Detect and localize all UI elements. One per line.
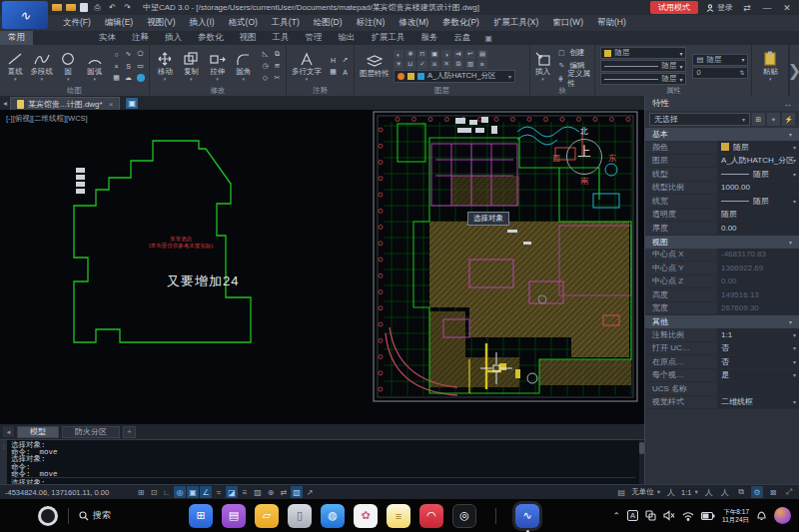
prop-row-ucsicon-on[interactable]: 打开 UC…否▾ <box>645 342 799 356</box>
panel-label-draw[interactable]: 绘图 <box>0 85 149 96</box>
rotate-icon[interactable]: ◷ <box>260 61 271 72</box>
gallery-app-icon[interactable]: ✿ <box>354 504 378 528</box>
snap-toggle-icon[interactable]: ⊡ <box>148 486 160 498</box>
layer-lock-icon[interactable]: ⊓ <box>417 50 427 59</box>
appstore-app-icon[interactable]: ◠ <box>419 504 443 528</box>
layer-sun-icon[interactable] <box>407 73 414 80</box>
units-dropdown[interactable]: 无单位▼ <box>631 487 661 497</box>
taskbar-search[interactable]: 搜索 <box>79 509 111 522</box>
panel-dock-icon[interactable]: ↔ <box>784 99 793 109</box>
trial-mode-button[interactable]: 试用模式 <box>650 1 698 14</box>
osnap-toggle-icon[interactable]: ▣ <box>187 486 199 498</box>
ribbon-overflow-chevron[interactable]: ❯ <box>789 45 799 96</box>
prop-row-annoscale[interactable]: 注释比例1:1▾ <box>645 328 799 342</box>
email-app-icon[interactable]: ▤ <box>222 504 246 528</box>
translate-icon[interactable] <box>645 510 656 521</box>
ribbon-collapse-icon[interactable]: ▣ <box>485 31 493 45</box>
layer-properties-tool[interactable]: 图层特性 <box>358 54 392 79</box>
login-button[interactable]: 登录 <box>706 2 733 13</box>
fillet-tool[interactable]: 圆角▾ <box>232 52 256 81</box>
menu-express[interactable]: 扩展工具(X) <box>486 17 545 29</box>
grip-circle[interactable] <box>527 373 537 383</box>
rectangle-icon[interactable]: ▭ <box>135 61 146 72</box>
command-scrollbar[interactable] <box>639 440 644 484</box>
taskbar-clock[interactable]: 下午8:17 11月24日 <box>722 508 749 523</box>
donut-icon[interactable] <box>135 73 146 84</box>
offset-icon[interactable]: ≋ <box>272 61 283 72</box>
text-style-icon[interactable]: A <box>340 67 351 78</box>
new-document-icon[interactable]: ▣ <box>126 98 138 109</box>
elevation-spinner[interactable]: 0⇅ <box>692 67 748 79</box>
ribbon-tab-express[interactable]: 扩展工具 <box>364 31 413 45</box>
mirror-icon[interactable]: ⧉ <box>272 49 283 60</box>
command-window-handle[interactable]: ⋮ <box>0 440 7 484</box>
move-tool[interactable]: 移动▾ <box>153 52 177 81</box>
layer-prev-icon[interactable]: ↩ <box>465 50 475 59</box>
leader-icon[interactable]: ↗ <box>340 55 351 66</box>
ribbon-tab-home[interactable]: 常用 <box>0 31 33 45</box>
layer-lock-state-icon[interactable] <box>417 73 424 80</box>
table-icon[interactable]: ▦ <box>328 67 339 78</box>
annoallvisible-icon[interactable]: 人 <box>719 486 731 498</box>
layer-freeze-icon[interactable]: ❄ <box>405 50 415 59</box>
sync-icon[interactable]: ⇄ <box>741 3 753 13</box>
prop-row-ucs-name[interactable]: UCS 名称 <box>645 382 799 396</box>
wifi-icon[interactable] <box>682 511 694 521</box>
prop-row-color[interactable]: 颜色随层▾ <box>645 141 799 155</box>
redo-icon[interactable]: ↷ <box>122 3 133 12</box>
files-app-icon[interactable]: ▱ <box>255 504 279 528</box>
workspace-toggle-icon[interactable]: ⊕ <box>265 486 277 498</box>
layout-scroll-icon[interactable]: ◂ <box>3 426 14 437</box>
ribbon-tab-cloud[interactable]: 云盘 <box>446 31 479 45</box>
prop-row-visual-style[interactable]: 视觉样式二维线框▾ <box>645 396 799 410</box>
color-dropdown[interactable]: 随层▾ <box>600 47 686 59</box>
selection-cycling-toggle-icon[interactable]: ▨ <box>252 486 264 498</box>
prop-row-width[interactable]: 宽度267609.30 <box>645 302 799 316</box>
curve-icon[interactable]: S <box>123 61 134 72</box>
cleanscreen-icon[interactable]: ⊠ <box>767 486 779 498</box>
menu-dimension[interactable]: 标注(N) <box>350 17 393 29</box>
erase-icon[interactable]: ◺ <box>260 49 271 60</box>
menu-parametric[interactable]: 参数化(P) <box>435 17 486 29</box>
layer-del-icon[interactable]: ✕ <box>441 60 451 69</box>
undo-icon[interactable]: ↶ <box>107 3 118 12</box>
tray-expand-icon[interactable]: ⌃ <box>612 511 620 521</box>
layer-merge-icon[interactable]: ⧈ <box>429 60 439 69</box>
arc-tool[interactable]: 圆弧▾ <box>83 52 108 81</box>
fullscreen-icon[interactable]: ⤢ <box>783 486 795 498</box>
panel-label-annotate[interactable]: 注释 <box>287 85 354 96</box>
battery-icon[interactable] <box>701 512 715 520</box>
layer-cur-icon[interactable]: ✓ <box>417 60 427 69</box>
prop-row-thickness[interactable]: 厚度0.00 <box>645 222 799 236</box>
model-space-icon[interactable]: ▤ <box>615 486 627 498</box>
layout-tab-model[interactable]: 模型 <box>17 426 59 438</box>
ribbon-tab-tools[interactable]: 工具 <box>265 31 298 45</box>
layer-off-icon[interactable]: ◑ <box>441 50 451 59</box>
scale-icon[interactable]: ◇ <box>260 73 271 84</box>
selection-dropdown[interactable]: 无选择▾ <box>649 113 750 126</box>
notes-app-icon[interactable]: ≡ <box>387 504 410 528</box>
close-button[interactable]: ✕ <box>781 3 793 13</box>
section-view[interactable]: 视图▾ <box>645 236 799 249</box>
prop-row-lineweight[interactable]: 线宽随层▾ <box>645 195 799 209</box>
open-file-icon[interactable] <box>66 4 76 11</box>
stretch-tool[interactable]: 拉伸▾ <box>206 52 230 81</box>
prop-row-center-z[interactable]: 中心点 Z0.00 <box>645 275 799 289</box>
annotation-toggle-icon[interactable]: ↗ <box>304 486 316 498</box>
revcloud-icon[interactable]: ☁ <box>123 73 134 84</box>
ribbon-tab-solid[interactable]: 实体 <box>91 31 124 45</box>
toggle-pickadd-icon[interactable]: ⊞ <box>752 113 765 126</box>
layer-vp-icon[interactable]: ▥ <box>465 60 475 69</box>
copy-tool[interactable]: 复制▾ <box>179 52 203 81</box>
insert-block-tool[interactable]: 插入▾ <box>533 52 553 81</box>
menu-draw[interactable]: 绘图(D) <box>307 17 350 29</box>
document-tab[interactable]: 某宾馆贵...计图.dwg* × <box>10 97 120 110</box>
trash-icon[interactable]: ▯ <box>288 504 312 528</box>
menu-insert[interactable]: 插入(I) <box>183 17 222 29</box>
layout-tab-fire-partition[interactable]: 防火分区 <box>62 426 120 438</box>
menu-tools[interactable]: 工具(T) <box>265 17 307 29</box>
zwcad-app-icon[interactable]: ∿ <box>515 504 539 528</box>
panel-label-modify[interactable]: 修改 <box>150 85 286 96</box>
new-file-icon[interactable] <box>52 4 62 11</box>
menu-view[interactable]: 视图(V) <box>140 17 182 29</box>
